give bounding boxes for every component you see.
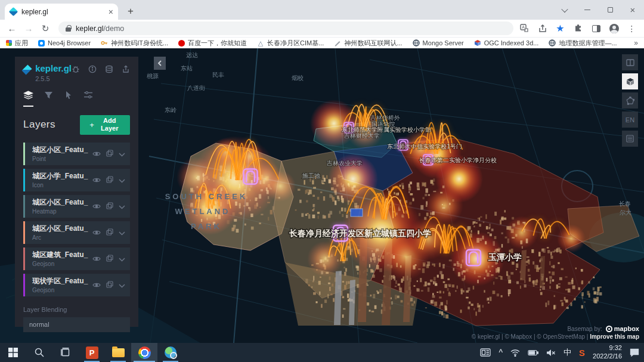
- minimize-button[interactable]: [576, 0, 599, 20]
- tab-close-button[interactable]: ×: [109, 8, 113, 16]
- layer-item[interactable]: 城区小区_Featu_Heatmap: [23, 195, 130, 218]
- bookmark-mongo[interactable]: Mongo Server: [413, 39, 464, 47]
- taskbar-chrome[interactable]: [131, 343, 157, 362]
- ime-indicator[interactable]: 中: [564, 347, 571, 358]
- legend-button[interactable]: [622, 131, 638, 147]
- tab-layers[interactable]: [23, 91, 33, 107]
- forward-button[interactable]: →: [21, 23, 36, 33]
- tab-interactions[interactable]: [64, 91, 73, 107]
- browser-menu-icon[interactable]: ⋮: [627, 23, 637, 33]
- layer-item[interactable]: 城区小学_Featu_Icon: [23, 169, 130, 191]
- road-label: 桃源: [147, 73, 159, 79]
- bug-report-icon[interactable]: [72, 65, 80, 73]
- road-label: 东岭: [165, 107, 177, 113]
- visibility-eye-icon[interactable]: [92, 148, 101, 159]
- bookmark-neo4j[interactable]: Neo4j Browser: [38, 39, 91, 47]
- school-name-label: 玉潭小学: [488, 252, 522, 262]
- duplicate-icon[interactable]: [106, 280, 113, 290]
- bookmark-identity[interactable]: 神州数码IT身份统...: [101, 39, 168, 48]
- taskbar-powerpoint[interactable]: P: [79, 343, 105, 362]
- globe-icon: [413, 39, 420, 47]
- taskbar-clock[interactable]: 9:32 2022/2/16: [593, 344, 622, 361]
- share-icon[interactable]: [537, 23, 547, 33]
- tray-expand-icon[interactable]: ^: [499, 348, 503, 357]
- start-button[interactable]: [0, 343, 26, 362]
- new-tab-button[interactable]: +: [124, 5, 137, 17]
- taskbar-gis-app[interactable]: [157, 343, 184, 362]
- tab-search-button[interactable]: [553, 0, 576, 20]
- browser-tab[interactable]: kepler.gl ×: [5, 4, 118, 20]
- bookmark-baidu[interactable]: 百度一下，你就知道: [178, 39, 247, 48]
- map-credits[interactable]: © kepler.gl | © Mapbox | © OpenStreetMap…: [472, 333, 589, 340]
- duplicate-icon[interactable]: [106, 253, 113, 264]
- tab-filters[interactable]: [44, 91, 53, 107]
- news-widget-icon[interactable]: [480, 348, 491, 357]
- visibility-eye-icon[interactable]: [92, 253, 101, 264]
- chevron-down-icon[interactable]: [119, 175, 125, 185]
- restore-icon: [608, 7, 613, 13]
- road-label: 远达: [186, 52, 198, 58]
- road-label: 尔大: [620, 209, 631, 216]
- restore-button[interactable]: [599, 0, 621, 20]
- bookmark-cim[interactable]: △长春净月区CIM基...: [257, 39, 324, 48]
- add-layer-button[interactable]: + Add Layer: [80, 115, 130, 135]
- close-window-button[interactable]: ×: [621, 0, 644, 20]
- chevron-down-icon[interactable]: [119, 227, 125, 238]
- duplicate-icon[interactable]: [106, 148, 113, 159]
- bookmark-apps[interactable]: 应用: [6, 39, 28, 48]
- layer-type: Arc: [32, 234, 92, 241]
- search-button[interactable]: [26, 343, 52, 362]
- chevron-down-icon[interactable]: [119, 148, 125, 159]
- bookmark-star-icon[interactable]: ★: [555, 23, 565, 33]
- visibility-eye-icon[interactable]: [92, 227, 101, 238]
- bookmarks-overflow[interactable]: »: [634, 39, 638, 47]
- layer-item[interactable]: 城区小区_Featu_Arc: [23, 221, 130, 244]
- taskbar-file-explorer[interactable]: [105, 343, 131, 362]
- toggle-3d-button[interactable]: [622, 73, 638, 89]
- layer-item[interactable]: 城区小区_Featu_Point: [23, 143, 130, 165]
- bookmark-auth[interactable]: 神州数码互联网认...: [334, 39, 402, 48]
- duplicate-icon[interactable]: [106, 227, 113, 238]
- improve-map-link[interactable]: Improve this map: [590, 333, 639, 340]
- map-attribution: Basemap by: mapbox © kepler.gl | © Mapbo…: [472, 325, 639, 340]
- extensions-puzzle-icon[interactable]: [573, 23, 583, 33]
- battery-icon[interactable]: [528, 349, 538, 356]
- profile-avatar[interactable]: [609, 23, 619, 33]
- visibility-eye-icon[interactable]: [92, 280, 101, 290]
- chevron-down-icon[interactable]: [119, 280, 125, 290]
- address-bar[interactable]: kepler.gl/demo: [58, 21, 513, 35]
- wifi-icon[interactable]: [510, 349, 520, 357]
- database-icon[interactable]: [105, 65, 113, 73]
- sogou-icon[interactable]: S: [579, 348, 585, 358]
- chevron-down-icon[interactable]: [119, 201, 125, 212]
- translate-icon[interactable]: A: [519, 23, 530, 33]
- layer-item[interactable]: 城区建筑_Featu_Geojson: [23, 247, 130, 270]
- layer-blending-select[interactable]: normal: [23, 317, 130, 332]
- visibility-eye-icon[interactable]: [92, 201, 101, 212]
- action-center-icon[interactable]: [630, 348, 639, 357]
- poi-label: 长春市第二实验小学净月分校: [419, 157, 497, 163]
- chevron-down-icon[interactable]: [119, 253, 125, 264]
- mapbox-logo[interactable]: mapbox: [606, 325, 639, 332]
- bookmark-geodb[interactable]: 地理数据库管理—...: [549, 39, 617, 48]
- split-map-button[interactable]: [622, 54, 638, 70]
- url-host: kepler.gl: [76, 24, 104, 33]
- reload-button[interactable]: ↻: [38, 23, 52, 34]
- side-panel-icon[interactable]: [591, 23, 601, 33]
- back-button[interactable]: ←: [5, 23, 19, 33]
- bookmark-ogc[interactable]: OGC Indexed 3d...: [474, 39, 539, 47]
- duplicate-icon[interactable]: [106, 175, 113, 185]
- export-share-icon[interactable]: [122, 65, 130, 73]
- task-view-button[interactable]: [52, 343, 79, 362]
- duplicate-icon[interactable]: [106, 201, 113, 212]
- tab-basemap-settings[interactable]: [83, 91, 93, 107]
- panel-collapse-button[interactable]: [154, 57, 166, 70]
- visibility-eye-icon[interactable]: [92, 175, 101, 185]
- layer-item[interactable]: 现状学区_Featu_Geojson: [23, 274, 130, 296]
- draw-polygon-button[interactable]: [622, 92, 638, 109]
- clock-date: 2022/2/16: [593, 352, 622, 361]
- locale-button[interactable]: EN: [622, 112, 638, 128]
- info-icon[interactable]: [88, 65, 97, 73]
- volume-muted-icon[interactable]: [546, 349, 556, 357]
- map-canvas[interactable]: 远达 东站 民丰 八道街 烟校 东岭 桃源 施工地 吉林华桥外 国语学院 东北师…: [0, 48, 644, 343]
